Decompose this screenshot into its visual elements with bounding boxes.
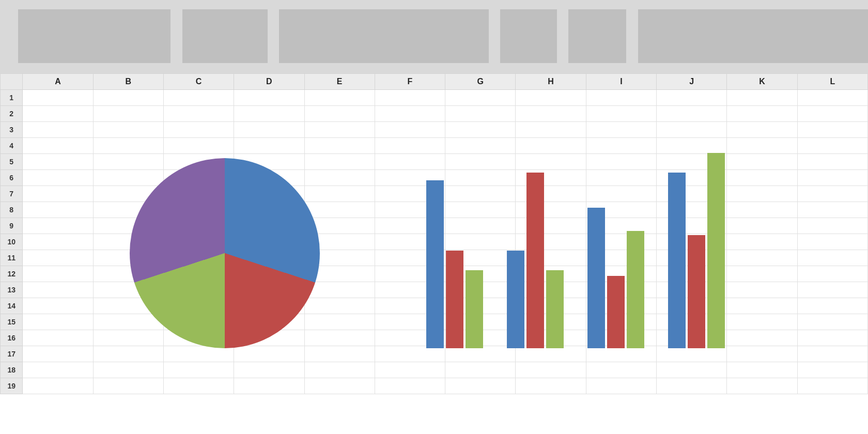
cell-K18[interactable] [727, 362, 797, 378]
cell-F18[interactable] [375, 362, 445, 378]
col-header-I[interactable]: I [586, 74, 656, 90]
cell-A13[interactable] [23, 282, 93, 298]
col-header-B[interactable]: B [93, 74, 163, 90]
cell-A2[interactable] [23, 106, 93, 122]
cell-K7[interactable] [727, 186, 797, 202]
col-header-G[interactable]: G [445, 74, 516, 90]
cell-C3[interactable] [163, 122, 234, 138]
cell-E1[interactable] [304, 90, 375, 106]
row-header-16[interactable]: 16 [1, 330, 23, 346]
cell-K1[interactable] [727, 90, 797, 106]
cell-D19[interactable] [234, 378, 304, 394]
cell-A12[interactable] [23, 266, 93, 282]
row-header-14[interactable]: 14 [1, 298, 23, 314]
cell-G4[interactable] [445, 138, 516, 154]
cell-I19[interactable] [586, 378, 656, 394]
cell-A19[interactable] [23, 378, 93, 394]
cell-L10[interactable] [797, 234, 867, 250]
cell-L7[interactable] [797, 186, 867, 202]
cell-F2[interactable] [375, 106, 445, 122]
bar-chart[interactable] [426, 153, 722, 348]
cell-F4[interactable] [375, 138, 445, 154]
cell-L4[interactable] [797, 138, 867, 154]
cell-G19[interactable] [445, 378, 516, 394]
cell-I3[interactable] [586, 122, 656, 138]
cell-L17[interactable] [797, 346, 867, 362]
cell-D3[interactable] [234, 122, 304, 138]
cell-K4[interactable] [727, 138, 797, 154]
cell-H19[interactable] [516, 378, 586, 394]
cell-K10[interactable] [727, 234, 797, 250]
cell-A9[interactable] [23, 218, 93, 234]
cell-D18[interactable] [234, 362, 304, 378]
cell-K13[interactable] [727, 282, 797, 298]
cell-I4[interactable] [586, 138, 656, 154]
cell-K14[interactable] [727, 298, 797, 314]
row-header-19[interactable]: 19 [1, 378, 23, 394]
pie-chart[interactable] [130, 158, 320, 348]
cell-A11[interactable] [23, 250, 93, 266]
cell-I18[interactable] [586, 362, 656, 378]
row-header-13[interactable]: 13 [1, 282, 23, 298]
row-header-9[interactable]: 9 [1, 218, 23, 234]
row-header-12[interactable]: 12 [1, 266, 23, 282]
cell-C4[interactable] [163, 138, 234, 154]
cell-J3[interactable] [657, 122, 727, 138]
col-header-C[interactable]: C [163, 74, 234, 90]
cell-L18[interactable] [797, 362, 867, 378]
cell-H17[interactable] [516, 346, 586, 362]
cell-K5[interactable] [727, 154, 797, 170]
cell-F1[interactable] [375, 90, 445, 106]
row-header-17[interactable]: 17 [1, 346, 23, 362]
cell-L3[interactable] [797, 122, 867, 138]
cell-I1[interactable] [586, 90, 656, 106]
cell-H2[interactable] [516, 106, 586, 122]
row-header-15[interactable]: 15 [1, 314, 23, 330]
cell-B17[interactable] [93, 346, 163, 362]
row-header-4[interactable]: 4 [1, 138, 23, 154]
row-header-8[interactable]: 8 [1, 202, 23, 218]
cell-L1[interactable] [797, 90, 867, 106]
col-header-D[interactable]: D [234, 74, 304, 90]
cell-D1[interactable] [234, 90, 304, 106]
cell-H4[interactable] [516, 138, 586, 154]
cell-E18[interactable] [304, 362, 375, 378]
cell-K16[interactable] [727, 330, 797, 346]
cell-E3[interactable] [304, 122, 375, 138]
cell-A6[interactable] [23, 170, 93, 186]
row-header-3[interactable]: 3 [1, 122, 23, 138]
cell-G2[interactable] [445, 106, 516, 122]
cell-B18[interactable] [93, 362, 163, 378]
cell-L8[interactable] [797, 202, 867, 218]
row-header-5[interactable]: 5 [1, 154, 23, 170]
row-header-6[interactable]: 6 [1, 170, 23, 186]
col-header-H[interactable]: H [516, 74, 586, 90]
cell-I17[interactable] [586, 346, 656, 362]
cell-A15[interactable] [23, 314, 93, 330]
cell-E19[interactable] [304, 378, 375, 394]
cell-L13[interactable] [797, 282, 867, 298]
cell-K9[interactable] [727, 218, 797, 234]
row-header-1[interactable]: 1 [1, 90, 23, 106]
cell-L11[interactable] [797, 250, 867, 266]
cell-D2[interactable] [234, 106, 304, 122]
row-header-18[interactable]: 18 [1, 362, 23, 378]
cell-C2[interactable] [163, 106, 234, 122]
cell-L12[interactable] [797, 266, 867, 282]
cell-H1[interactable] [516, 90, 586, 106]
cell-B1[interactable] [93, 90, 163, 106]
cell-G3[interactable] [445, 122, 516, 138]
cell-C18[interactable] [163, 362, 234, 378]
cell-G18[interactable] [445, 362, 516, 378]
cell-E17[interactable] [304, 346, 375, 362]
cell-C17[interactable] [163, 346, 234, 362]
col-header-A[interactable]: A [23, 74, 93, 90]
col-header-L[interactable]: L [797, 74, 867, 90]
row-header-2[interactable]: 2 [1, 106, 23, 122]
cell-A18[interactable] [23, 362, 93, 378]
cell-L5[interactable] [797, 154, 867, 170]
cell-J18[interactable] [657, 362, 727, 378]
cell-D17[interactable] [234, 346, 304, 362]
cell-L14[interactable] [797, 298, 867, 314]
cell-A17[interactable] [23, 346, 93, 362]
